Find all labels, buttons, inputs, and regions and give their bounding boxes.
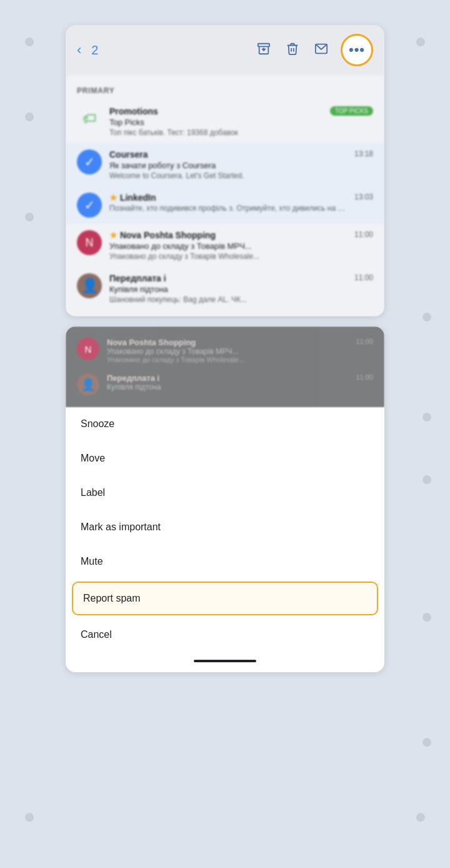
blurred-preview-1: Упаковано до складу з Товарів Wholesale.… [107, 356, 348, 363]
avatar-newsletter: 👤 [77, 273, 102, 298]
section-label: PRIMARY [66, 81, 384, 100]
star-icon-nova: ★ [109, 230, 118, 240]
subject-promo: Top Picks [109, 118, 322, 127]
menu-item-snooze[interactable]: Snooze [66, 407, 384, 442]
avatar-linkedin: ✓ [77, 193, 102, 218]
email-list: PRIMARY 🏷 Promotions Top Picks Топ пікс … [66, 75, 384, 316]
subject-newsletter: Купівля підтона [109, 285, 347, 294]
time-newsletter: 11:00 [354, 273, 373, 282]
blurred-subject-2: Купівля підтона [107, 383, 348, 391]
subject-nova: Упаковано до складу з Товарів МРЧ... [109, 241, 347, 251]
menu-item-mark-important[interactable]: Mark as important [66, 510, 384, 545]
blurred-subject-1: Упаковано до складу з Товарів МРЧ... [107, 347, 348, 356]
time-linkedin: 13:03 [354, 193, 373, 201]
delete-icon[interactable] [283, 39, 302, 61]
menu-item-mute[interactable]: Mute [66, 545, 384, 579]
blurred-email-preview: N Nova Poshta Shopping Упаковано до скла… [66, 326, 384, 407]
star-icon-linkedin: ★ [109, 193, 118, 203]
blurred-avatar-1: N [77, 338, 99, 360]
selected-count: 2 [91, 43, 244, 58]
avatar-promo: 🏷 [77, 106, 102, 131]
handle-bar [194, 660, 256, 662]
more-dots-icon: ••• [349, 42, 365, 58]
time-nova: 11:00 [354, 230, 373, 239]
preview-promo: Топ пікс батьків. Тест: 19368 добавок [109, 128, 322, 137]
time-coursera: 13:18 [354, 149, 373, 158]
archive-icon[interactable] [254, 39, 273, 61]
subject-coursera: Як зачати роботу з Coursera [109, 161, 347, 170]
sender-nova: ★ Nova Poshta Shopping [109, 230, 347, 240]
toolbar: ‹ 2 [66, 25, 384, 75]
blurred-sender-2: Передплата і [107, 373, 348, 383]
context-menu: Snooze Move Label Mark as important Mute… [66, 407, 384, 672]
preview-newsletter: Шановний покупець: Bag дале AL. ЧК... [109, 295, 347, 304]
more-button[interactable]: ••• [341, 34, 373, 66]
promo-badge: TOP PICKS [330, 106, 373, 116]
menu-item-move[interactable]: Move [66, 442, 384, 476]
sender-coursera: Coursera [109, 149, 347, 159]
menu-item-label[interactable]: Label [66, 476, 384, 510]
blurred-sender-1: Nova Poshta Shopping [107, 338, 348, 347]
email-item-promo[interactable]: 🏷 Promotions Top Picks Топ пікс батьків.… [66, 100, 384, 143]
blurred-avatar-2: 👤 [77, 373, 99, 396]
sender-newsletter: Передплата і [109, 273, 347, 283]
bottom-sheet-card: N Nova Poshta Shopping Упаковано до скла… [66, 326, 384, 672]
sender-promo: Promotions [109, 106, 322, 116]
preview-nova: Упаковано до складу з Товарів Wholesale.… [109, 252, 347, 261]
email-item-newsletter[interactable]: 👤 Передплата і Купівля підтона Шановний … [66, 267, 384, 310]
mail-icon[interactable] [312, 39, 331, 61]
avatar-coursera: ✓ [77, 149, 102, 174]
email-item-coursera[interactable]: ✓ Coursera Як зачати роботу з Coursera W… [66, 143, 384, 186]
avatar-nova: N [77, 230, 102, 255]
email-item-linkedin[interactable]: ✓ ★ LinkedIn Познайте, хто подивився про… [66, 186, 384, 224]
back-button[interactable]: ‹ [77, 42, 81, 58]
sender-linkedin: ★ LinkedIn [109, 193, 347, 203]
email-item-nova[interactable]: N ★ Nova Poshta Shopping Упаковано до ск… [66, 224, 384, 267]
bottom-handle [66, 652, 384, 672]
menu-item-cancel[interactable]: Cancel [66, 618, 384, 652]
check-icon-linkedin: ✓ [84, 198, 95, 213]
menu-item-report-spam[interactable]: Report spam [72, 582, 378, 615]
blurred-time-1: 11:00 [356, 338, 373, 345]
blurred-time-2: 11:00 [356, 373, 373, 381]
preview-linkedin: Познайте, хто подивився профіль з. Отрим… [109, 204, 347, 213]
svg-rect-0 [258, 43, 269, 46]
preview-coursera: Welcome to Coursera. Let's Get Started. [109, 171, 347, 180]
check-icon-coursera: ✓ [84, 154, 95, 169]
